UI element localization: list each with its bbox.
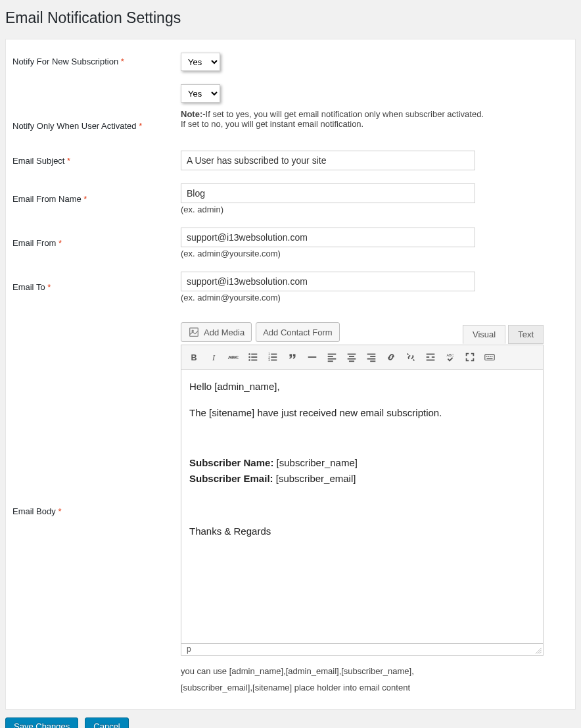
email-from-name-input[interactable]	[181, 183, 475, 203]
svg-rect-11	[251, 360, 257, 361]
svg-rect-35	[432, 356, 435, 358]
add-media-label: Add Media	[204, 328, 244, 337]
editor-toolbar: B I ABC 123 ABC	[181, 345, 544, 369]
required-marker: *	[83, 194, 87, 204]
svg-rect-7	[251, 354, 257, 355]
tab-text[interactable]: Text	[508, 325, 544, 344]
svg-rect-38	[485, 354, 494, 360]
horizontal-rule-icon[interactable]	[302, 347, 322, 367]
email-subject-input[interactable]	[181, 151, 475, 170]
required-marker: *	[139, 121, 142, 131]
required-marker: *	[58, 506, 61, 516]
svg-rect-40	[488, 356, 489, 356]
svg-rect-9	[251, 356, 257, 358]
body-line-5: Thanks & Regards	[189, 523, 535, 539]
strikethrough-icon[interactable]: ABC	[223, 347, 243, 367]
email-to-input[interactable]	[181, 272, 475, 291]
svg-rect-21	[328, 358, 337, 360]
tab-visual[interactable]: Visual	[463, 325, 505, 344]
read-more-icon[interactable]	[421, 347, 440, 367]
align-center-icon[interactable]	[342, 347, 361, 367]
label-from: Email From *	[12, 228, 181, 248]
email-from-input[interactable]	[181, 228, 475, 247]
numbered-list-icon[interactable]: 123	[263, 347, 283, 367]
notify-activated-select[interactable]: Yes No	[181, 84, 220, 103]
blockquote-icon[interactable]	[283, 347, 302, 367]
add-form-label: Add Contact Form	[263, 328, 333, 337]
add-media-button[interactable]: Add Media	[181, 322, 252, 342]
row-from-name: Email From Name * (ex. admin)	[12, 177, 569, 221]
label-notify-new: Notify For New Subscription *	[12, 53, 181, 66]
align-right-icon[interactable]	[361, 347, 381, 367]
label-subject: Email Subject *	[12, 156, 181, 166]
required-marker: *	[58, 238, 62, 248]
bulleted-list-icon[interactable]	[243, 347, 263, 367]
label-notify-activated-text: Notify Only When User Activated	[12, 121, 139, 131]
keyboard-icon[interactable]	[480, 347, 500, 367]
to-hint: (ex. admin@yoursite.com)	[181, 293, 569, 303]
svg-rect-42	[492, 356, 493, 356]
rich-text-editor: Visual Text Add Media	[181, 321, 544, 656]
label-from-text: Email From	[12, 238, 58, 248]
svg-point-8	[248, 356, 250, 358]
row-notify-new: Notify For New Subscription * Yes No	[12, 46, 569, 78]
label-body: Email Body *	[12, 321, 181, 516]
label-to: Email To *	[12, 272, 181, 292]
label-body-text: Email Body	[12, 506, 58, 516]
align-left-icon[interactable]	[322, 347, 342, 367]
svg-point-10	[248, 359, 250, 361]
svg-rect-24	[349, 356, 354, 357]
svg-point-6	[248, 353, 250, 355]
label-subject-text: Email Subject	[12, 156, 67, 166]
svg-rect-18	[308, 356, 317, 358]
activated-note: Note:-If set to yes, you will get email …	[181, 109, 569, 129]
svg-rect-20	[328, 356, 333, 357]
save-button[interactable]: Save Changes	[5, 717, 78, 728]
required-marker: *	[121, 57, 124, 66]
svg-rect-41	[490, 356, 491, 356]
note-label: Note:-	[181, 109, 206, 119]
note-text1: If set to yes, you will get email notifi…	[206, 109, 484, 119]
unlink-icon[interactable]	[401, 347, 421, 367]
svg-rect-19	[328, 354, 337, 355]
row-body: Email Body * Visual Text	[12, 309, 569, 702]
svg-rect-36	[427, 360, 435, 361]
cancel-button[interactable]: Cancel	[85, 717, 128, 728]
svg-rect-29	[367, 358, 376, 360]
resize-handle-icon[interactable]	[534, 646, 542, 654]
spellcheck-icon[interactable]: ABC	[440, 347, 460, 367]
row-subject: Email Subject *	[12, 137, 569, 177]
row-to: Email To * (ex. admin@yoursite.com)	[12, 265, 569, 309]
italic-icon[interactable]: I	[204, 347, 223, 367]
settings-panel: Notify For New Subscription * Yes No Not…	[5, 39, 576, 710]
bold-icon[interactable]: B	[184, 347, 204, 367]
svg-text:I: I	[212, 353, 216, 362]
editor-body[interactable]: Hello [admin_name], The [sitename] have …	[181, 369, 544, 644]
svg-rect-15	[271, 356, 277, 358]
body-line-1: Hello [admin_name],	[189, 379, 535, 395]
required-marker: *	[47, 282, 51, 292]
svg-rect-43	[487, 358, 493, 359]
svg-line-31	[407, 354, 409, 355]
fullscreen-icon[interactable]	[460, 347, 480, 367]
body-line-3: Subscriber Name: [subscriber_name]	[189, 455, 535, 471]
label-from-name: Email From Name *	[12, 183, 181, 204]
add-contact-form-button[interactable]: Add Contact Form	[256, 322, 340, 342]
link-icon[interactable]	[381, 347, 401, 367]
svg-rect-22	[328, 360, 333, 362]
from-hint: (ex. admin@yoursite.com)	[181, 249, 569, 258]
body-hint: you can use [admin_name],[admin_email],[…	[181, 664, 569, 696]
footer-buttons: Save Changes Cancel	[5, 717, 576, 728]
svg-rect-34	[427, 356, 430, 358]
label-to-text: Email To	[12, 282, 47, 292]
notify-new-select[interactable]: Yes No	[181, 53, 220, 71]
svg-rect-25	[348, 358, 356, 360]
body-line-4: Subscriber Email: [subscriber_email]	[189, 471, 535, 487]
svg-rect-26	[349, 360, 354, 362]
svg-rect-23	[348, 354, 356, 355]
label-from-name-text: Email From Name	[12, 194, 83, 204]
svg-rect-39	[486, 356, 488, 356]
media-icon	[188, 326, 200, 338]
svg-rect-13	[271, 354, 277, 355]
svg-rect-33	[427, 354, 435, 355]
